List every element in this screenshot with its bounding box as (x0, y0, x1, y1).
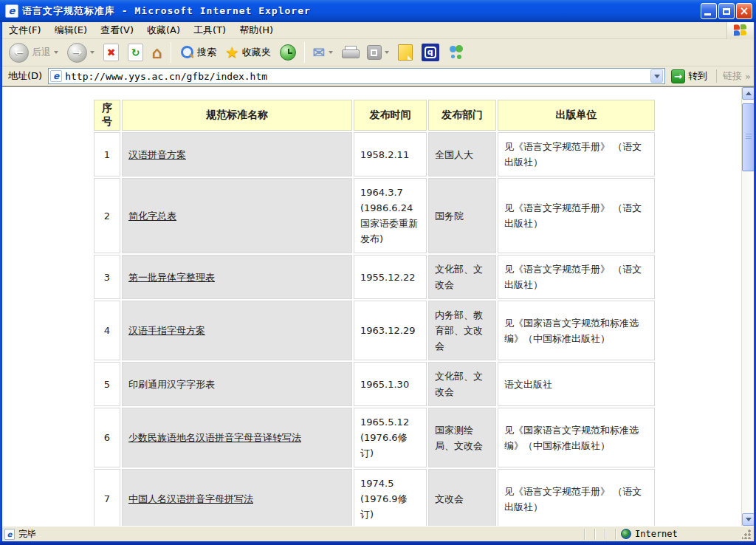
col-header-publisher: 出版单位 (498, 100, 655, 131)
forward-button[interactable]: → (63, 41, 98, 65)
menu-item-1[interactable]: 编辑(E) (48, 21, 94, 39)
back-button[interactable]: ← 后退 (5, 41, 62, 65)
publish-date-cell: 1955.12.22 (354, 255, 427, 299)
mail-button[interactable]: ✉ (309, 41, 337, 64)
printer-icon (342, 46, 358, 59)
internet-globe-icon (621, 529, 631, 539)
go-button[interactable]: → 转到 (668, 69, 710, 84)
messenger-button[interactable] (444, 42, 470, 63)
publisher-cell: 见《语言文字规范手册》 （语文出版社） (498, 132, 655, 176)
standard-name-link[interactable]: 汉语手指字母方案 (128, 325, 205, 336)
table-row: 1汉语拼音方案1958.2.11全国人大见《语言文字规范手册》 （语文出版社） (94, 132, 655, 176)
status-pane-separator (615, 529, 616, 540)
standard-name-link[interactable]: 汉语拼音方案 (128, 149, 186, 160)
history-button[interactable] (276, 42, 300, 63)
maximize-icon (723, 8, 730, 15)
window-title: 语言文字规范标准库 - Microsoft Internet Explorer (22, 4, 311, 18)
menu-item-5[interactable]: 帮助(H) (233, 21, 280, 39)
chevron-down-icon (746, 518, 752, 521)
standards-table: 序号 规范标准名称 发布时间 发布部门 出版单位 1汉语拼音方案1958.2.1… (92, 98, 656, 526)
links-label: 链接 (723, 69, 742, 83)
row-number-cell: 2 (94, 178, 120, 253)
back-label: 后退 (32, 46, 51, 59)
publish-dept-cell: 文改会 (428, 469, 496, 526)
back-icon: ← (9, 43, 29, 63)
row-number-cell: 3 (94, 255, 120, 299)
publish-dept-cell: 全国人大 (428, 132, 496, 176)
standard-name-link[interactable]: 少数民族语地名汉语拼音字母音译转写法 (128, 432, 301, 443)
row-number-cell: 1 (94, 132, 120, 176)
windows-logo (726, 22, 754, 39)
publish-date-cell: 1965.5.12 (1976.6修订) (354, 408, 427, 467)
go-label: 转到 (688, 69, 707, 83)
col-header-number: 序号 (94, 100, 120, 131)
standard-name-cell: 简化字总表 (122, 178, 352, 253)
standard-name-link[interactable]: 简化字总表 (128, 210, 176, 222)
favorites-button[interactable]: ★ 收藏夹 (221, 41, 275, 64)
toolbar-separator (304, 42, 305, 63)
menu-item-3[interactable]: 收藏(A) (140, 21, 187, 39)
publish-date-cell: 1974.5 (1976.9修订) (354, 469, 427, 526)
menu-bar: 文件(F)编辑(E)查看(V)收藏(A)工具(T)帮助(H) (2, 22, 754, 39)
col-header-date: 发布时间 (354, 100, 427, 131)
standard-name-link[interactable]: 中国人名汉语拼音字母拼写法 (128, 493, 253, 504)
address-url: http://www.yys.ac.cn/gfbz/index.htm (65, 71, 267, 82)
menu-item-0[interactable]: 文件(F) (2, 21, 48, 39)
address-label: 地址(D) (5, 69, 45, 83)
menu-item-4[interactable]: 工具(T) (187, 21, 233, 39)
publisher-cell: 见《语言文字规范手册》 （语文出版社） (498, 469, 655, 526)
menu-item-2[interactable]: 查看(V) (94, 21, 140, 39)
row-number-cell: 6 (94, 408, 120, 467)
links-chevron-icon: » (745, 71, 751, 82)
scroll-down-button[interactable] (742, 513, 754, 526)
publish-dept-cell: 国家测绘局、文改会 (428, 408, 496, 467)
row-number-cell: 5 (94, 362, 120, 406)
address-dropdown-button[interactable] (650, 69, 663, 83)
table-row: 5印刷通用汉字字形表1965.1.30文化部、文改会语文出版社 (94, 362, 655, 406)
status-bar: e 完毕 Internet (2, 526, 754, 541)
search-button[interactable]: 搜索 (176, 43, 220, 62)
standard-name-link[interactable]: 第一批异体字整理表 (128, 272, 215, 283)
status-pane-separator (594, 529, 596, 540)
close-icon: × (740, 4, 749, 18)
history-clock-icon (280, 44, 296, 61)
status-pane-separator (605, 529, 606, 540)
edit-button[interactable] (363, 43, 393, 62)
edit-dropdown-icon (385, 51, 389, 54)
go-arrow-icon: → (671, 69, 685, 83)
publish-date-cell: 1963.12.29 (354, 301, 427, 360)
standards-table-body: 1汉语拼音方案1958.2.11全国人大见《语言文字规范手册》 （语文出版社）2… (94, 132, 655, 526)
publish-dept-cell: 文化部、文改会 (428, 255, 496, 299)
print-button[interactable] (338, 44, 362, 61)
publisher-cell: 见《国家语言文字规范和标准选编》（中国标准出版社） (498, 301, 655, 360)
maximize-button[interactable] (718, 3, 735, 19)
discuss-button[interactable] (394, 42, 416, 63)
standard-name-cell: 印刷通用汉字字形表 (122, 362, 352, 406)
window-border-bottom (0, 541, 756, 545)
close-button[interactable]: × (736, 3, 752, 19)
blue-logo-button[interactable]: q (418, 41, 443, 64)
address-bar: 地址(D) e http://www.yys.ac.cn/gfbz/index.… (2, 66, 754, 86)
standard-name-cell: 中国人名汉语拼音字母拼写法 (122, 469, 352, 526)
scroll-up-button[interactable] (742, 87, 754, 100)
publish-dept-cell: 内务部、教育部、文改会 (428, 301, 496, 360)
refresh-icon: ↻ (131, 47, 140, 58)
home-button[interactable]: ⌂ (148, 41, 166, 64)
status-pane-separator (584, 529, 585, 540)
standard-name-cell: 汉语手指字母方案 (122, 301, 352, 360)
table-row: 6少数民族语地名汉语拼音字母音译转写法1965.5.12 (1976.6修订)国… (94, 408, 655, 467)
refresh-button[interactable]: ↻ (124, 41, 147, 64)
vertical-scrollbar[interactable] (741, 87, 754, 526)
links-bar[interactable]: 链接 » (716, 69, 751, 83)
search-label: 搜索 (197, 46, 216, 59)
address-input[interactable]: e http://www.yys.ac.cn/gfbz/index.htm (48, 68, 665, 84)
publish-dept-cell: 国务院 (428, 178, 496, 253)
resize-grip[interactable] (742, 529, 752, 539)
minimize-button[interactable] (701, 3, 717, 19)
window-border-left (0, 22, 2, 545)
scrollbar-thumb[interactable] (742, 103, 754, 171)
stop-button[interactable]: ✖ (100, 41, 123, 64)
chevron-up-icon (746, 92, 752, 95)
standard-name-cell: 汉语拼音方案 (122, 132, 352, 176)
publisher-cell: 见《语言文字规范手册》 （语文出版社） (498, 178, 655, 253)
